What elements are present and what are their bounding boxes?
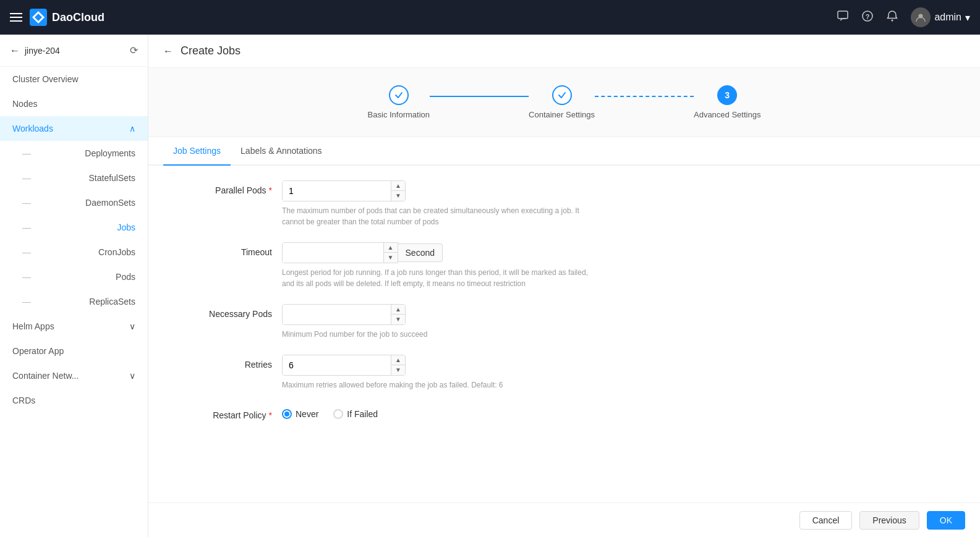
sidebar-item-cluster-overview[interactable]: Cluster Overview [0, 67, 148, 91]
timeout-unit: Second [398, 243, 443, 262]
sidebar-item-container-netw[interactable]: Container Netw... ∨ [0, 363, 148, 388]
radio-label-never: Never [296, 409, 318, 419]
sidebar-item-crds[interactable]: CRDs [0, 388, 148, 413]
navbar-right: ? admin ▾ [837, 7, 970, 27]
sidebar-item-jobs[interactable]: — Jobs [0, 215, 148, 240]
user-menu[interactable]: admin ▾ [911, 7, 970, 27]
timeout-label: Timeout [173, 242, 272, 257]
dash-icon: — [22, 148, 31, 158]
logo-icon [30, 9, 47, 26]
sidebar-label-container-netw: Container Netw... [12, 371, 79, 381]
necessary-pods-increment[interactable]: ▲ [391, 305, 405, 315]
sidebar-label-jobs: Jobs [117, 222, 135, 232]
sidebar-item-operator-app[interactable]: Operator App [0, 339, 148, 363]
step-connector-1 [430, 96, 529, 97]
retries-decrement[interactable]: ▼ [391, 365, 405, 375]
chevron-down-icon-helm: ∨ [129, 321, 135, 331]
tab-job-settings[interactable]: Job Settings [163, 137, 231, 166]
necessary-pods-input[interactable] [283, 305, 391, 324]
sidebar-item-replicasets[interactable]: — ReplicaSets [0, 289, 148, 314]
timeout-decrement[interactable]: ▼ [384, 253, 398, 263]
step-circle-3: 3 [717, 85, 737, 105]
bell-icon[interactable] [886, 10, 898, 25]
page-header: ← Create Jobs [148, 35, 980, 68]
footer-bar: Cancel Previous OK [148, 502, 980, 537]
parallel-pods-increment[interactable]: ▲ [391, 181, 405, 191]
svg-text:?: ? [866, 12, 870, 20]
parallel-pods-decrement[interactable]: ▼ [391, 191, 405, 201]
username: admin [934, 12, 961, 23]
previous-button[interactable]: Previous [859, 511, 919, 530]
sidebar-label-pods: Pods [116, 272, 135, 282]
step-label-1: Basic Information [368, 110, 430, 119]
step-advanced-settings: 3 Advanced Settings [694, 85, 761, 119]
tab-labels-annotations-label: Labels & Annotations [241, 146, 322, 156]
retries-input[interactable] [283, 355, 391, 375]
sidebar-item-pods[interactable]: — Pods [0, 264, 148, 289]
restart-policy-row: Restart Policy* Never If Failed [173, 405, 955, 420]
timeout-spin: ▲ ▼ [383, 243, 398, 263]
hamburger-menu[interactable] [10, 13, 22, 22]
sidebar-label-operator-app: Operator App [12, 346, 64, 356]
navbar-left: DaoCloud [10, 9, 104, 26]
sidebar-label-crds: CRDs [12, 395, 35, 405]
sidebar-item-deployments[interactable]: — Deployments [0, 141, 148, 166]
step-basic-info: Basic Information [368, 85, 430, 119]
timeout-input[interactable] [283, 243, 383, 263]
timeout-increment[interactable]: ▲ [384, 243, 398, 253]
parallel-pods-field: ▲ ▼ The maximum number of pods that can … [282, 180, 591, 227]
sidebar-item-statefulsets[interactable]: — StatefulSets [0, 166, 148, 190]
restart-policy-field: Never If Failed [282, 405, 591, 419]
sidebar-label-nodes: Nodes [12, 99, 37, 109]
cluster-name: jinye-204 [25, 46, 60, 56]
chat-icon[interactable] [837, 10, 849, 25]
necessary-pods-label: Necessary Pods [173, 304, 272, 319]
chevron-up-icon: ∧ [129, 124, 135, 133]
sidebar-label-cronjobs: CronJobs [98, 247, 135, 257]
timeout-field: ▲ ▼ Second Longest period for job runnin… [282, 242, 591, 289]
radio-if-failed[interactable]: If Failed [333, 409, 378, 419]
retries-hint: Maximum retries allowed before making th… [282, 379, 591, 391]
sidebar-item-helm-apps[interactable]: Helm Apps ∨ [0, 314, 148, 339]
tab-labels-annotations[interactable]: Labels & Annotations [231, 137, 332, 166]
sidebar-label-statefulsets: StatefulSets [89, 173, 136, 183]
radio-never[interactable]: Never [282, 409, 318, 419]
radio-circle-if-failed [333, 409, 343, 419]
restart-policy-label: Restart Policy* [173, 405, 272, 420]
sidebar-item-daemonsets[interactable]: — DaemonSets [0, 190, 148, 215]
step-number-3: 3 [725, 90, 730, 100]
help-icon[interactable]: ? [861, 10, 874, 25]
sidebar-label-deployments: Deployments [85, 148, 135, 158]
timeout-row: Timeout ▲ ▼ Second Longest period f [173, 242, 955, 289]
timeout-input-wrap: ▲ ▼ [282, 242, 398, 263]
retries-spin: ▲ ▼ [391, 355, 405, 375]
avatar [911, 7, 931, 27]
sidebar-item-workloads[interactable]: Workloads ∧ [0, 116, 148, 141]
refresh-icon[interactable]: ⟳ [130, 44, 138, 56]
ok-button[interactable]: OK [927, 511, 965, 530]
cancel-button[interactable]: Cancel [799, 511, 853, 530]
sidebar-item-nodes[interactable]: Nodes [0, 91, 148, 116]
page-back-button[interactable]: ← [163, 46, 173, 57]
steps-container: Basic Information Container Settings 3 A… [148, 68, 980, 137]
dash-icon-7: — [22, 297, 31, 307]
retries-field: ▲ ▼ Maximum retries allowed before makin… [282, 355, 591, 391]
sidebar-back-button[interactable]: ← [10, 45, 20, 56]
step-circle-1 [389, 85, 409, 105]
main-layout: ← jinye-204 ⟳ Cluster Overview Nodes Wor… [0, 35, 980, 537]
form-container: Parallel Pods* ▲ ▼ The maximum number of… [148, 166, 980, 450]
retries-increment[interactable]: ▲ [391, 355, 405, 365]
dash-icon-3: — [22, 198, 31, 208]
necessary-pods-row: Necessary Pods ▲ ▼ Minimum Pod number fo… [173, 304, 955, 340]
sidebar-item-cronjobs[interactable]: — CronJobs [0, 240, 148, 264]
necessary-pods-decrement[interactable]: ▼ [391, 315, 405, 324]
sidebar-header-left: ← jinye-204 [10, 45, 60, 56]
brand-name: DaoCloud [52, 11, 104, 24]
parallel-pods-input[interactable] [283, 181, 391, 201]
dash-icon-6: — [22, 272, 31, 282]
restart-policy-options: Never If Failed [282, 405, 591, 419]
step-circle-2 [552, 85, 572, 105]
parallel-pods-label: Parallel Pods* [173, 180, 272, 195]
page-title: Create Jobs [181, 44, 241, 57]
parallel-pods-required: * [269, 185, 272, 195]
